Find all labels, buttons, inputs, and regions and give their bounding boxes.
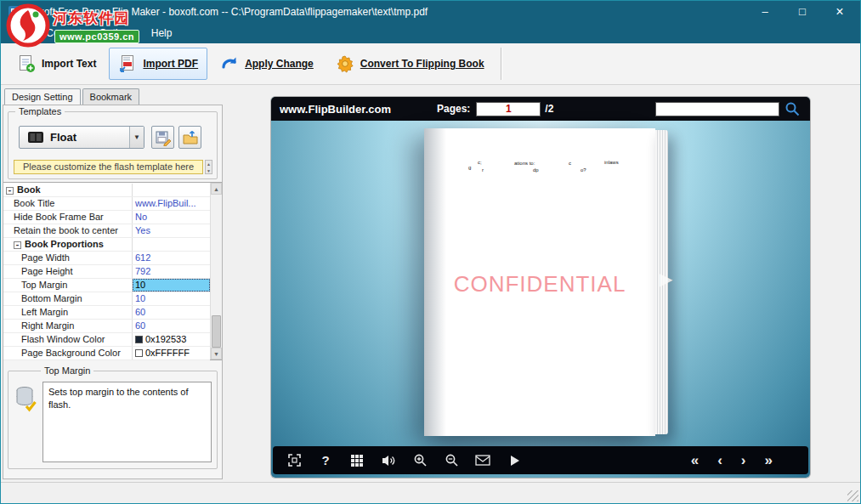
scroll-down-icon[interactable]: ▼ [206,167,212,174]
convert-to-flipping-book-button[interactable]: Convert To Flipping Book [326,48,494,80]
property-row-hide-book-frame-bar[interactable]: Hide Book Frame BarNo [3,211,210,224]
convert-book-icon [336,54,354,73]
scroll-up-icon[interactable]: ▲ [211,183,222,195]
close-button[interactable]: × [821,1,858,23]
save-template-button[interactable] [151,126,174,149]
property-grid-scrollbar[interactable]: ▲ ▼ [210,183,222,360]
property-value[interactable]: www.FlipBuil... [133,197,210,210]
database-check-icon [14,385,38,412]
search-icon[interactable] [785,101,800,116]
resize-grip[interactable] [847,490,858,501]
scroll-up-icon[interactable]: ▲ [206,161,212,167]
page-text-fragment: r [482,167,484,173]
load-template-button[interactable] [178,126,201,149]
property-value[interactable] [133,238,210,251]
property-grid: -BookBook Titlewww.FlipBuil...Hide Book … [3,182,222,360]
collapse-icon[interactable]: - [6,187,14,195]
property-value[interactable] [133,184,210,196]
description-title: Top Margin [41,365,93,376]
property-row-page-background-color[interactable]: Page Background Color0xFFFFFF [3,347,210,360]
help-icon[interactable]: ? [318,453,333,468]
property-row-bottom-margin[interactable]: Bottom Margin10 [3,292,210,306]
templates-label: Templates [15,106,65,116]
page-text-fragment: dp [533,167,539,173]
collapse-icon[interactable]: - [14,241,21,249]
import-pdf-icon [118,54,137,73]
scrollbar-thumb[interactable] [212,315,221,348]
property-label: Page Background Color [3,347,133,360]
sound-icon[interactable] [381,453,396,468]
save-pencil-icon [155,129,172,146]
site-url: www.pc0359.cn [54,30,139,43]
flash-toolbar-nav: «‹›» [691,453,773,468]
scroll-down-icon[interactable]: ▼ [211,348,222,360]
apply-change-button[interactable]: Apply Change [211,48,323,80]
zoom-out-icon[interactable] [444,453,459,468]
color-swatch [135,336,143,343]
property-row-top-margin[interactable]: Top Margin10 [3,279,210,292]
site-name: 河东软件园 [53,8,129,28]
last-page-button[interactable]: » [765,453,773,468]
property-grid-rows: -BookBook Titlewww.FlipBuil...Hide Book … [3,184,210,360]
email-icon[interactable] [475,453,490,468]
property-value[interactable]: 612 [133,252,210,264]
property-value[interactable]: 60 [133,320,210,332]
maximize-button[interactable]: □ [784,1,821,23]
property-row-retain-the-book-to-center[interactable]: Retain the book to centerYes [3,224,210,238]
flash-toolbar-icons: ? [286,453,522,468]
site-watermark: 河东软件园 www.pc0359.cn [6,3,142,53]
property-label: Flash Window Color [3,333,133,346]
property-row-page-height[interactable]: Page Height792 [3,265,210,279]
page-text-fragment: ations to: [514,161,535,166]
design-setting-panel: Templates Float ▼ [3,105,223,479]
play-icon[interactable] [507,453,522,468]
flash-top-bar: www.FlipBuilder.com Pages: /2 [271,97,810,121]
page-text-fragment: inlaws [604,160,619,165]
fit-screen-icon[interactable] [286,453,302,468]
chevron-down-icon[interactable]: ▼ [129,127,144,148]
apply-change-icon [220,54,239,73]
template-combo[interactable]: Float ▼ [19,126,144,149]
page-text-fragment: c; [478,160,482,165]
minimize-button[interactable]: – [746,1,784,23]
app-window: Boxoft Free Paper Flip Maker - boxoft.co… [0,0,861,504]
property-row-flash-window-color[interactable]: Flash Window Color0x192533 [3,333,210,347]
site-logo-icon [6,3,50,48]
tab-design-setting[interactable]: Design Setting [4,88,81,105]
property-value[interactable]: 0xFFFFFF [133,347,210,360]
property-group-book[interactable]: -Book [3,184,210,197]
property-row-right-margin[interactable]: Right Margin60 [3,320,210,333]
property-value[interactable]: No [133,211,210,224]
flash-bottom-toolbar: ? «‹›» [273,446,808,474]
property-label: Top Margin [3,279,133,292]
template-combo-value: Float [50,131,129,144]
zoom-in-icon[interactable] [412,453,428,468]
property-value[interactable]: 792 [133,265,210,278]
menu-item-help[interactable]: Help [143,25,181,42]
property-label: Right Margin [3,320,133,332]
template-hint: Please customize the flash template here [14,160,203,174]
prev-page-button[interactable]: ‹ [717,453,722,468]
property-row-page-width[interactable]: Page Width612 [3,252,210,265]
search-input[interactable] [655,102,779,116]
property-value[interactable]: 0x192533 [133,333,210,346]
property-value[interactable]: 10 [133,279,210,292]
property-value[interactable]: Yes [133,224,210,237]
property-row-book-title[interactable]: Book Titlewww.FlipBuil... [3,197,210,211]
first-page-button[interactable]: « [691,453,699,468]
flip-next-arrow[interactable]: ▶ [660,269,672,289]
pages-label: Pages: [437,103,470,115]
next-page-button[interactable]: › [741,453,746,468]
color-swatch [135,349,143,357]
page-number-input[interactable] [476,102,541,116]
thumbnails-icon[interactable] [349,453,365,468]
property-value[interactable]: 60 [133,306,210,319]
property-group-book-proportions[interactable]: -Book Proportions [3,238,210,252]
hint-scrollbar[interactable]: ▲ ▼ [205,160,212,174]
property-value[interactable]: 10 [133,292,210,305]
property-row-left-margin[interactable]: Left Margin60 [3,306,210,320]
tab-bookmark[interactable]: Bookmark [82,88,140,105]
property-label: Page Height [3,265,133,278]
book-page[interactable]: CONFIDENTIAL gc;rations to:dpco?inlaws [424,128,655,436]
page-text-fragment: o? [581,167,586,173]
